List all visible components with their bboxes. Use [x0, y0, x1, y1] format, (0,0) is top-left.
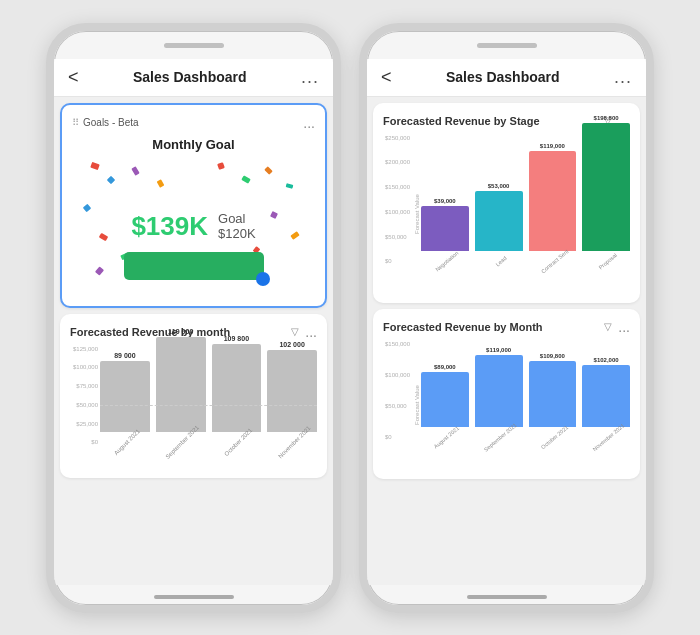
bar-sep-2-bar: [475, 355, 523, 427]
stage-card: Forecasted Revenue by Stage ▽ ... $250,0…: [373, 103, 640, 303]
y-125k: $125,000: [72, 346, 100, 352]
confetti: [217, 162, 225, 170]
bar-val-proposal: $198,800: [594, 115, 619, 121]
bar-val-oct-2: $109,800: [540, 353, 565, 359]
month-menu-2[interactable]: ...: [618, 319, 630, 335]
month-title-2: Forecasted Revenue by Month: [383, 321, 543, 333]
goals-card-header: ⠿ Goals - Beta ...: [72, 115, 315, 131]
bar-val-aug: 89 000: [114, 352, 135, 359]
y-0: $0: [72, 439, 100, 445]
forecast-value-label: Forecast Value: [414, 194, 420, 234]
goals-menu[interactable]: ...: [303, 115, 315, 131]
bar-oct-2-bar: [529, 361, 577, 427]
y-axis-1: $125,000 $100,000 $75,000 $50,000 $25,00…: [72, 346, 100, 446]
goal-progress-bar: [124, 252, 264, 280]
back-button-2[interactable]: <: [381, 67, 392, 88]
month-header-right-2: ▽ ...: [604, 319, 630, 335]
bar-lbl-contract: Contract Sent: [539, 248, 569, 274]
goal-amount: $139K: [131, 210, 208, 241]
bar-lbl-lead: Lead: [494, 255, 507, 267]
month-bars-2: $89,000 August 2021 $119,000 September 2…: [421, 341, 630, 441]
bar-nov-2-bar: [582, 365, 630, 427]
bar-sep: [156, 337, 206, 432]
bar-nov: [267, 350, 317, 432]
confetti: [241, 175, 250, 183]
bar-aug-2: $89,000 August 2021: [421, 364, 469, 441]
bar-nov-2: $102,000 November 2021: [582, 357, 630, 441]
confetti: [265, 166, 273, 174]
bar-val-nov-2: $102,000: [594, 357, 619, 363]
phone-1-title: Sales Dashboard: [133, 69, 247, 85]
bar-aug-2-bar: [421, 372, 469, 427]
y-0-s: $0: [385, 258, 421, 264]
phone-2: < Sales Dashboard ... Forecasted Revenue…: [359, 23, 654, 613]
y-200k: $200,000: [385, 159, 421, 165]
bar-val-contract: $119,000: [540, 143, 565, 149]
phone-1-header: < Sales Dashboard ...: [54, 59, 333, 97]
drag-icon: ⠿: [72, 117, 79, 128]
confetti: [131, 166, 139, 175]
stage-chart: $250,000 $200,000 $150,000 $100,000 $50,…: [383, 135, 630, 293]
drag-handle[interactable]: [256, 272, 270, 286]
confetti: [91, 161, 101, 169]
bar-sep-2: $119,000 September 2021: [475, 347, 523, 441]
bar-oct-2: $109,800 October 2021: [529, 353, 577, 441]
bar-val-sep: 119 000: [168, 328, 193, 335]
phone-2-header: < Sales Dashboard ...: [367, 59, 646, 97]
y-150k: $150,000: [385, 184, 421, 190]
filter-icon-month-2[interactable]: ▽: [604, 321, 612, 332]
y-0-m: $0: [385, 434, 421, 440]
bar-neg: [421, 206, 469, 251]
forecast-value-label-2: Forecast Value: [414, 385, 420, 425]
y-25k: $25,000: [72, 421, 100, 427]
confetti: [107, 175, 115, 183]
phone-2-home-bar: [467, 595, 547, 599]
stage-title: Forecasted Revenue by Stage: [383, 115, 540, 127]
filter-icon-1[interactable]: ▽: [291, 326, 299, 337]
confetti: [83, 203, 91, 211]
confetti: [285, 183, 293, 189]
phone-1-content: ⠿ Goals - Beta ... Monthly Goal: [54, 97, 333, 585]
bar-contract: [529, 151, 577, 251]
y-100k: $100,000: [72, 364, 100, 370]
phone-1-home-bar: [154, 595, 234, 599]
confetti-area: $139K Goal $120K: [72, 156, 315, 296]
forecast-menu[interactable]: ...: [305, 324, 317, 340]
bar-val-neg: $39,000: [434, 198, 456, 204]
y-50k: $50,000: [72, 402, 100, 408]
bars-container-1: 89 000 August 2021 119 000 September 202…: [100, 346, 317, 446]
forecast-title: Forecasted Revenue by month: [70, 326, 230, 338]
y-75k: $75,000: [72, 383, 100, 389]
bar-august: 89 000 August 2021: [100, 352, 150, 446]
bar-lbl-oct-2: October 2021: [540, 424, 569, 450]
bar-val-lead: $53,000: [488, 183, 510, 189]
y-250k: $250,000: [385, 135, 421, 141]
bar-oct: [212, 344, 262, 432]
bar-lead: $53,000 Lead: [475, 183, 523, 265]
month-chart-2: $150,000 $100,000 $50,000 $0 Forecast Va…: [383, 341, 630, 469]
confetti: [270, 211, 278, 219]
confetti: [290, 231, 299, 240]
bar-october: 109 800 October 2021: [212, 335, 262, 446]
back-button-1[interactable]: <: [68, 67, 79, 88]
bar-val-oct: 109 800: [224, 335, 249, 342]
phone-2-content: Forecasted Revenue by Stage ▽ ... $250,0…: [367, 97, 646, 585]
month-card-2: Forecasted Revenue by Month ▽ ... $150,0…: [373, 309, 640, 479]
bar-negotiation: $39,000 Negotiation: [421, 198, 469, 265]
phones-container: < Sales Dashboard ... ⠿ Goals - Beta ...…: [26, 3, 674, 633]
confetti: [157, 179, 165, 188]
forecast-month-card-1: Forecasted Revenue by month ▽ ... $125,0…: [60, 314, 327, 478]
menu-button-2[interactable]: ...: [614, 67, 632, 88]
bar-aug: [100, 361, 150, 432]
goal-target: Goal $120K: [218, 211, 256, 241]
menu-button-1[interactable]: ...: [301, 67, 319, 88]
bar-label-aug: August 2021: [113, 428, 141, 456]
confetti: [95, 266, 104, 275]
bar-lbl-proposal: Proposal: [598, 252, 618, 271]
phone-2-screen: < Sales Dashboard ... Forecasted Revenue…: [367, 59, 646, 585]
goals-title: Goals - Beta: [83, 117, 139, 128]
phone-1: < Sales Dashboard ... ⠿ Goals - Beta ...…: [46, 23, 341, 613]
monthly-goal-title: Monthly Goal: [72, 137, 315, 152]
month-header-2: Forecasted Revenue by Month ▽ ...: [383, 319, 630, 335]
bar-proposal: $198,800 Proposal: [582, 115, 630, 265]
